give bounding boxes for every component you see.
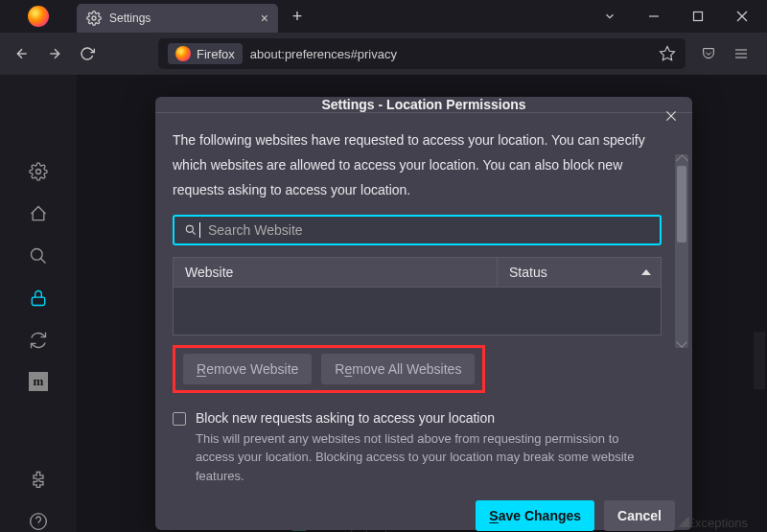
permissions-table-header: Website Status bbox=[173, 257, 662, 288]
cancel-button[interactable]: Cancel bbox=[604, 500, 675, 531]
column-status[interactable]: Status bbox=[498, 258, 661, 287]
general-icon[interactable] bbox=[28, 161, 49, 182]
extensions-icon[interactable] bbox=[28, 469, 49, 490]
firefox-icon bbox=[175, 46, 191, 61]
settings-sidebar: m bbox=[0, 75, 77, 532]
new-tab-button[interactable]: + bbox=[284, 3, 311, 30]
column-website[interactable]: Website bbox=[174, 258, 498, 287]
svg-marker-7 bbox=[661, 47, 675, 60]
tab-close-icon[interactable]: × bbox=[261, 11, 268, 26]
block-new-requests-checkbox[interactable] bbox=[173, 412, 186, 426]
app-menu-icon[interactable] bbox=[727, 39, 755, 68]
browser-tab[interactable]: Settings × bbox=[77, 4, 278, 33]
nav-toolbar: Firefox about:preferences#privacy bbox=[0, 33, 767, 75]
tab-title: Settings bbox=[109, 12, 253, 25]
help-icon[interactable] bbox=[28, 511, 49, 532]
dialog-title: Settings - Location Permissions bbox=[321, 97, 525, 112]
sort-arrow-icon bbox=[641, 269, 651, 275]
gear-icon bbox=[86, 11, 102, 26]
url-bar[interactable]: Firefox about:preferences#privacy bbox=[158, 38, 686, 69]
svg-point-0 bbox=[92, 16, 96, 20]
location-permissions-dialog: Settings - Location Permissions The foll… bbox=[155, 97, 692, 530]
permissions-table-body bbox=[173, 288, 662, 335]
dialog-body: The following websites have requested to… bbox=[155, 113, 692, 489]
bookmark-star-icon[interactable] bbox=[659, 45, 676, 62]
block-new-requests-label[interactable]: Block new requests asking to access your… bbox=[196, 410, 495, 426]
search-input[interactable] bbox=[208, 222, 650, 238]
identity-box[interactable]: Firefox bbox=[168, 43, 243, 64]
privacy-lock-icon[interactable] bbox=[28, 288, 49, 309]
svg-point-15 bbox=[31, 514, 47, 530]
window-close-icon[interactable] bbox=[721, 2, 763, 31]
resize-grip-icon[interactable] bbox=[678, 516, 689, 527]
remove-website-button[interactable]: Remove Website bbox=[183, 354, 312, 384]
search-pane-icon[interactable] bbox=[28, 245, 49, 266]
back-button[interactable] bbox=[8, 39, 36, 68]
remove-all-websites-button[interactable]: Remove All Websites bbox=[321, 354, 475, 384]
window-maximize-icon[interactable] bbox=[677, 2, 719, 31]
dialog-description: The following websites have requested to… bbox=[173, 128, 675, 203]
svg-line-13 bbox=[41, 259, 46, 264]
reload-button[interactable] bbox=[73, 39, 102, 68]
window-minimize-icon[interactable] bbox=[633, 2, 675, 31]
dialog-footer: Save Changes Cancel bbox=[155, 489, 692, 532]
svg-point-19 bbox=[186, 225, 193, 232]
svg-line-20 bbox=[192, 231, 195, 234]
forward-button[interactable] bbox=[40, 39, 69, 68]
home-icon[interactable] bbox=[28, 203, 49, 224]
text-cursor bbox=[199, 222, 200, 238]
svg-point-11 bbox=[36, 170, 41, 174]
svg-point-12 bbox=[32, 249, 43, 261]
remove-website-rest: emove Website bbox=[206, 361, 298, 377]
settings-main: Block pop-up windows Exceptions Settings… bbox=[77, 75, 767, 532]
tabs-dropdown-icon[interactable] bbox=[589, 2, 631, 31]
save-changes-button[interactable]: Save Changes bbox=[476, 500, 594, 531]
highlighted-remove-buttons: Remove Website Remove All Websites bbox=[173, 345, 485, 393]
column-status-label: Status bbox=[509, 265, 547, 280]
block-new-requests-help: This will prevent any websites not liste… bbox=[196, 429, 675, 486]
svg-rect-2 bbox=[694, 12, 703, 21]
firefox-logo bbox=[0, 6, 77, 27]
sync-icon[interactable] bbox=[28, 330, 49, 351]
remove-all-rest: move All Websites bbox=[352, 361, 461, 377]
window-titlebar: Settings × + bbox=[0, 0, 767, 33]
identity-label: Firefox bbox=[197, 47, 235, 61]
url-text: about:preferences#privacy bbox=[250, 47, 397, 61]
more-from-mozilla-icon[interactable]: m bbox=[29, 372, 48, 391]
pocket-icon[interactable] bbox=[694, 39, 723, 68]
search-website-field[interactable] bbox=[173, 215, 662, 245]
search-icon bbox=[184, 223, 198, 237]
dialog-header: Settings - Location Permissions bbox=[155, 97, 692, 113]
block-new-requests-row: Block new requests asking to access your… bbox=[173, 410, 675, 426]
svg-rect-14 bbox=[32, 297, 44, 305]
